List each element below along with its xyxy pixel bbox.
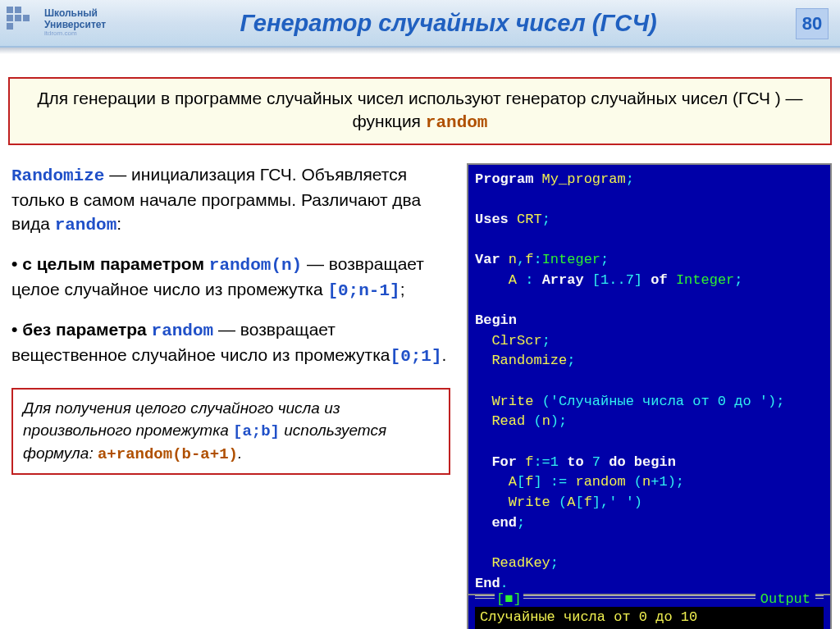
output-label: Output xyxy=(756,591,815,607)
page-title: Генератор случайных чисел (ГСЧ) xyxy=(106,10,840,37)
code-line: A : Array [1..7] of Integer; xyxy=(475,271,824,291)
intro-keyword: random xyxy=(426,113,488,132)
output-marker: [■] xyxy=(495,591,523,607)
para-randomize: Randomize — инициализация ГСЧ. Объявляет… xyxy=(11,163,450,238)
output-text: Случайные числа от 0 до 10 7 2 7 3 0 7 6… xyxy=(475,607,824,629)
logo-line1: Школьный xyxy=(44,7,98,19)
kw-random2: random xyxy=(152,321,214,340)
code-line: Write ('Случайные числа от 0 до '); xyxy=(475,392,824,412)
kw-randomize: Randomize xyxy=(11,166,104,185)
code-line: Read (n); xyxy=(475,412,824,432)
left-column: Randomize — инициализация ГСЧ. Объявляет… xyxy=(11,163,450,629)
logo-text: Школьный Университет itdrom.com xyxy=(44,8,106,37)
code-line: Program My_program; xyxy=(475,170,824,190)
para-with-param: • с целым параметром random(n) — возвращ… xyxy=(11,253,450,303)
code-line: ClrScr; xyxy=(475,331,824,352)
intro-box: Для генерации в программе случайных чисе… xyxy=(8,77,832,145)
code-editor: Program My_program; Uses CRT; Var n,f:In… xyxy=(467,163,832,595)
logo-line2: Университет xyxy=(44,19,106,30)
p2-bold: • с целым параметром xyxy=(11,254,209,273)
right-column: Program My_program; Uses CRT; Var n,f:In… xyxy=(467,163,832,629)
note-range: [a;b] xyxy=(233,422,280,440)
code-line: For f:=1 to 7 do begin xyxy=(475,453,824,473)
logo-icon xyxy=(7,7,39,39)
header-shadow xyxy=(0,48,840,54)
page-number-badge: 80 xyxy=(796,8,829,39)
logo: Школьный Университет itdrom.com xyxy=(0,7,106,39)
code-line: Var n,f:Integer; xyxy=(475,250,824,271)
code-line: Uses CRT; xyxy=(475,210,824,230)
formula-note: Для получения целого случайного числа из… xyxy=(11,388,450,475)
logo-sub: itdrom.com xyxy=(44,30,77,37)
code-line: Begin xyxy=(475,311,824,331)
code-line: ReadKey; xyxy=(475,554,824,574)
range-0-n1: [0;n-1] xyxy=(327,281,399,300)
range-0-1: [0;1] xyxy=(390,347,442,366)
intro-text: Для генерации в программе случайных чисе… xyxy=(37,89,802,130)
code-line: end; xyxy=(475,513,824,534)
code-line: Write (A[f],' ') xyxy=(475,493,824,513)
p3-bold: • без параметра xyxy=(11,320,152,339)
header-bar: Школьный Университет itdrom.com Генерато… xyxy=(0,0,840,48)
content-row: Randomize — инициализация ГСЧ. Объявляет… xyxy=(0,153,840,629)
kw-random1: random xyxy=(55,216,117,235)
para-no-param: • без параметра random — возвращает веще… xyxy=(11,318,450,369)
output-panel: [■] Output Случайные числа от 0 до 10 7 … xyxy=(467,595,832,629)
note-formula: a+random(b-a+1) xyxy=(98,445,238,463)
code-line: Randomize; xyxy=(475,351,824,371)
code-line: A[f] := random (n+1); xyxy=(475,472,824,493)
kw-random-n: random(n) xyxy=(209,256,302,275)
